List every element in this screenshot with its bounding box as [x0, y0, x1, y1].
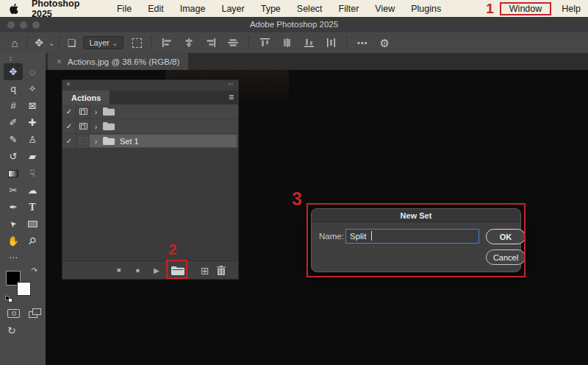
- action-set-row[interactable]: ✓ ›: [62, 104, 238, 119]
- edit-toolbar-icon[interactable]: ⋯: [0, 249, 46, 264]
- auto-select-dropdown[interactable]: Layer ⌄: [83, 36, 123, 49]
- folder-icon: [101, 134, 115, 148]
- collapse-tools-icon[interactable]: ‹‹: [4, 52, 14, 67]
- collapse-panel-icon[interactable]: ‹‹: [229, 81, 234, 88]
- eyedropper-tool[interactable]: ✐: [4, 114, 23, 131]
- distribute-vertical-centers-icon[interactable]: [323, 38, 338, 47]
- more-options-icon[interactable]: •••: [355, 39, 370, 47]
- gear-icon[interactable]: ⚙: [377, 38, 392, 49]
- window-title: Adobe Photoshop 2025: [0, 20, 588, 29]
- zoom-tool[interactable]: ⚲: [23, 233, 42, 249]
- begin-recording-button[interactable]: ●: [135, 261, 140, 280]
- healing-brush-tool[interactable]: ✚: [23, 114, 42, 131]
- auto-select-value: Layer: [89, 38, 110, 47]
- menu-item-help[interactable]: Help: [554, 4, 588, 14]
- home-icon[interactable]: ⌂: [7, 38, 22, 49]
- toggle-item-check-icon[interactable]: ✓: [62, 134, 76, 148]
- action-set-row[interactable]: ✓ ›: [62, 119, 238, 134]
- close-tab-icon[interactable]: ×: [57, 57, 62, 67]
- separator: [59, 36, 60, 49]
- expand-chevron-icon[interactable]: ›: [90, 104, 101, 118]
- separator: [346, 36, 347, 49]
- menu-item-layer[interactable]: Layer: [213, 4, 252, 14]
- toggle-item-check-icon[interactable]: ✓: [62, 104, 76, 118]
- path-selection-tool[interactable]: ➤: [4, 216, 23, 233]
- actions-panel-footer: ■ ● ▶ ⊞: [62, 261, 238, 279]
- default-colors-icon[interactable]: [5, 296, 12, 302]
- menu-item-image[interactable]: Image: [172, 4, 214, 14]
- action-set-row-selected[interactable]: ✓ › Set 1: [62, 134, 238, 149]
- menu-item-plugins[interactable]: Plugins: [403, 4, 449, 14]
- menu-item-type[interactable]: Type: [253, 4, 289, 14]
- chevron-down-icon[interactable]: ⌄: [49, 39, 54, 47]
- type-tool[interactable]: T: [23, 199, 42, 216]
- swap-colors-icon[interactable]: ↷: [32, 267, 37, 274]
- align-vertical-centers-icon[interactable]: [226, 38, 240, 47]
- annotation-box-dialog: [306, 203, 526, 277]
- menu-item-select[interactable]: Select: [289, 4, 331, 14]
- magic-wand-tool[interactable]: ✧: [23, 80, 42, 97]
- history-brush-tool[interactable]: ↺: [4, 148, 23, 165]
- document-tab[interactable]: × Actions.jpg @ 38.6% (RGB/8): [48, 53, 188, 70]
- smudge-tool[interactable]: ☟: [23, 165, 42, 182]
- gradient-icon: [8, 170, 18, 177]
- apple-menu-icon[interactable]: [10, 4, 18, 14]
- pen-tool[interactable]: ✒: [4, 199, 23, 216]
- quick-mask-mode-icon[interactable]: [7, 309, 20, 318]
- folder-icon: [101, 104, 115, 118]
- menu-item-filter[interactable]: Filter: [331, 4, 368, 14]
- create-new-action-button[interactable]: ⊞: [201, 261, 209, 280]
- menu-item-file[interactable]: File: [109, 4, 140, 14]
- move-tool-icon[interactable]: ✥: [32, 38, 46, 48]
- gradient-tool[interactable]: [4, 165, 23, 182]
- actions-panel: × ‹‹ Actions ≡ ✓ › ✓ ›: [62, 79, 239, 280]
- menu-item-edit[interactable]: Edit: [140, 4, 172, 14]
- clone-stamp-tool[interactable]: ♙: [23, 131, 42, 148]
- align-horizontal-centers-icon[interactable]: [182, 38, 196, 47]
- align-right-edges-icon[interactable]: [204, 38, 218, 47]
- rectangle-icon: [28, 221, 37, 227]
- marquee-tool[interactable]: ◌: [23, 63, 42, 80]
- dialog-toggle-icon[interactable]: [76, 119, 90, 133]
- tool-options-bar: ⌂ ✥ ⌄ ❏ Layer ⌄: [0, 32, 588, 53]
- rotate-view-icon[interactable]: ↻: [0, 318, 46, 336]
- menu-item-view[interactable]: View: [367, 4, 403, 14]
- panel-menu-icon[interactable]: ≡: [229, 92, 234, 102]
- brush-tool[interactable]: ✎: [4, 131, 23, 148]
- sponge-tool[interactable]: ☁: [23, 182, 42, 199]
- crop-tool[interactable]: #: [4, 97, 23, 114]
- set-name: Set 1: [120, 137, 139, 146]
- eraser-tool[interactable]: ▰: [23, 148, 42, 165]
- frame-tool[interactable]: ⊠: [23, 97, 42, 114]
- photoshop-window: Photoshop 2025 File Edit Image Layer Typ…: [0, 0, 588, 365]
- screen-mode-icon[interactable]: [29, 308, 41, 318]
- delete-button[interactable]: [217, 261, 226, 280]
- tab-actions[interactable]: Actions: [62, 91, 110, 104]
- dialog-toggle-icon[interactable]: [76, 104, 90, 118]
- close-panel-icon[interactable]: ×: [66, 80, 71, 88]
- expand-chevron-icon[interactable]: ›: [90, 134, 101, 148]
- menu-item-window[interactable]: Window: [500, 2, 551, 15]
- menu-item-app-name[interactable]: Photoshop 2025: [23, 0, 109, 19]
- actions-panel-tabs: Actions ≡: [62, 91, 238, 104]
- stop-recording-button[interactable]: ■: [117, 261, 121, 280]
- distribute-top-edges-icon[interactable]: [257, 38, 272, 47]
- rectangle-tool[interactable]: [23, 216, 42, 233]
- toggle-item-check-icon[interactable]: ✓: [62, 119, 76, 133]
- align-left-edges-icon[interactable]: [159, 38, 174, 47]
- folder-icon: [101, 119, 115, 133]
- show-transform-controls-icon[interactable]: [132, 38, 142, 48]
- lasso-tool[interactable]: ɋ: [4, 80, 23, 97]
- hand-tool[interactable]: ✋: [4, 233, 23, 249]
- play-action-button[interactable]: ▶: [154, 261, 159, 280]
- dodge-tool[interactable]: ✂: [4, 182, 23, 199]
- auto-select-layers-icon[interactable]: ❏: [64, 38, 79, 48]
- distribute-bottom-edges-icon[interactable]: [301, 38, 316, 47]
- expand-chevron-icon[interactable]: ›: [90, 119, 101, 133]
- annotation-step-1: 1: [486, 1, 494, 17]
- dialog-toggle-icon[interactable]: [76, 134, 90, 148]
- distribute-horizontal-centers-icon[interactable]: [279, 38, 294, 47]
- background-color-swatch[interactable]: [17, 282, 31, 296]
- menu-bar: Photoshop 2025 File Edit Image Layer Typ…: [0, 0, 588, 17]
- actions-list-empty-area: [62, 149, 238, 261]
